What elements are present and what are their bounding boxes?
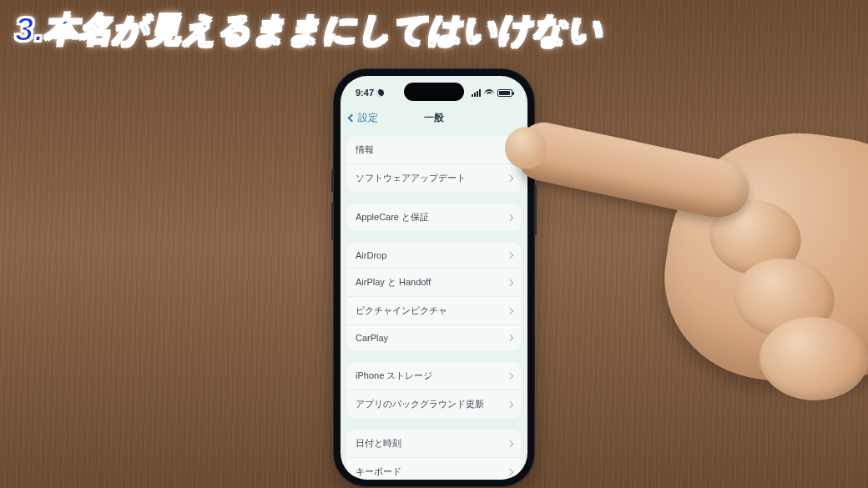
iphone-frame: 9:47 設定 一般 情報 ソフトウ <box>333 68 535 487</box>
row-background-refresh[interactable]: アプリのバックグラウンド更新 <box>347 390 521 418</box>
dynamic-island <box>404 83 464 101</box>
row-airplay-handoff[interactable]: AirPlay と Handoff <box>347 268 521 296</box>
row-label: AppleCare と保証 <box>356 211 429 224</box>
cellular-signal-icon <box>472 89 481 97</box>
chevron-right-icon <box>507 468 513 475</box>
settings-group: 情報 ソフトウェアアップデート <box>347 136 521 192</box>
chevron-right-icon <box>507 252 513 259</box>
chevron-right-icon <box>507 307 513 314</box>
row-pip[interactable]: ピクチャインピクチャ <box>347 296 521 324</box>
chevron-right-icon <box>507 146 513 153</box>
iphone-screen: 9:47 設定 一般 情報 ソフトウ <box>341 76 527 480</box>
settings-list[interactable]: 情報 ソフトウェアアップデート AppleCare と保証 AirDrop <box>341 136 527 480</box>
nav-title: 一般 <box>424 111 444 125</box>
battery-icon <box>497 89 512 97</box>
wifi-icon <box>484 89 494 97</box>
chevron-right-icon <box>507 372 513 379</box>
settings-group: 日付と時刻 キーボード フォント 言語と地域 <box>347 430 521 480</box>
chevron-right-icon <box>507 440 513 446</box>
row-software-update[interactable]: ソフトウェアアップデート <box>347 164 521 192</box>
row-date-time[interactable]: 日付と時刻 <box>347 430 521 457</box>
row-label: キーボード <box>356 465 401 478</box>
row-iphone-storage[interactable]: iPhone ストレージ <box>347 362 521 390</box>
row-label: iPhone ストレージ <box>356 370 432 382</box>
settings-group: AppleCare と保証 <box>347 204 521 231</box>
chevron-right-icon <box>507 214 513 220</box>
chevron-left-icon <box>348 113 356 122</box>
row-label: 日付と時刻 <box>356 437 401 450</box>
row-label: AirDrop <box>356 250 386 260</box>
row-airdrop[interactable]: AirDrop <box>347 243 521 268</box>
chevron-right-icon <box>507 335 513 341</box>
row-keyboard[interactable]: キーボード <box>347 457 521 480</box>
row-label: ソフトウェアアップデート <box>356 172 466 184</box>
status-time: 9:47 <box>356 88 374 98</box>
side-button <box>534 185 537 235</box>
row-label: AirPlay と Handoff <box>356 276 431 289</box>
nav-bar: 設定 一般 <box>341 106 527 129</box>
chevron-right-icon <box>507 279 513 285</box>
video-caption: 3.本名が見えるままにしてはいけない <box>15 7 603 53</box>
row-label: アプリのバックグラウンド更新 <box>356 398 484 410</box>
row-carplay[interactable]: CarPlay <box>347 324 521 350</box>
back-button[interactable]: 設定 <box>346 106 381 129</box>
row-label: ピクチャインピクチャ <box>356 304 447 317</box>
row-label: CarPlay <box>356 333 388 343</box>
back-label: 設定 <box>358 111 378 125</box>
row-applecare[interactable]: AppleCare と保証 <box>347 204 521 231</box>
settings-group: AirDrop AirPlay と Handoff ピクチャインピクチャ Car… <box>347 243 521 350</box>
row-about[interactable]: 情報 <box>347 136 521 164</box>
dnd-moon-icon <box>376 89 384 97</box>
row-label: 情報 <box>356 143 374 156</box>
chevron-right-icon <box>507 174 513 181</box>
chevron-right-icon <box>507 400 513 407</box>
settings-group: iPhone ストレージ アプリのバックグラウンド更新 <box>347 362 521 418</box>
